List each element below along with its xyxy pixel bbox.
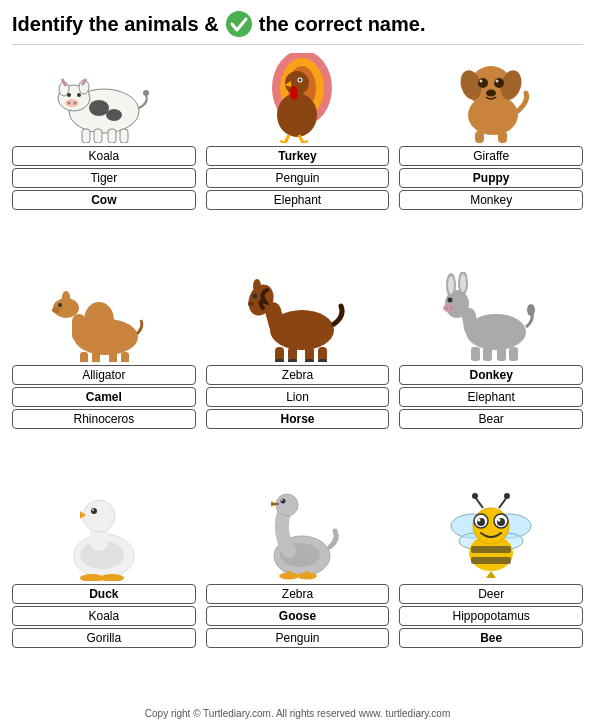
svg-rect-17	[120, 129, 128, 143]
page: Identify the animals & the correct name.	[0, 0, 595, 725]
options-turkey: TurkeyPenguinElephant	[206, 146, 390, 210]
svg-point-78	[443, 304, 455, 312]
svg-rect-69	[318, 359, 327, 362]
option-btn-turkey[interactable]: Turkey	[206, 146, 390, 166]
svg-rect-15	[94, 129, 102, 143]
animal-cell-horse: ZebraLionHorse	[206, 272, 390, 485]
options-camel: AlligatorCamelRhinoceros	[12, 365, 196, 429]
option-btn-elephant[interactable]: Elephant	[399, 387, 583, 407]
svg-rect-53	[92, 352, 100, 362]
svg-point-39	[494, 78, 504, 88]
animal-image-puppy	[431, 53, 551, 143]
svg-point-0	[226, 11, 252, 37]
svg-point-8	[77, 93, 81, 97]
option-btn-zebra[interactable]: Zebra	[206, 365, 390, 385]
svg-point-7	[67, 93, 71, 97]
option-btn-bear[interactable]: Bear	[399, 409, 583, 429]
svg-point-49	[62, 291, 70, 303]
options-duck: DuckKoalaGorilla	[12, 584, 196, 648]
svg-point-18	[143, 90, 149, 96]
checkmark-icon	[225, 10, 253, 38]
option-btn-gorilla[interactable]: Gorilla	[12, 628, 196, 648]
animal-cell-puppy: GiraffePuppyMonkey	[399, 53, 583, 266]
animal-image-horse	[237, 272, 357, 362]
svg-rect-14	[82, 129, 90, 143]
svg-point-10	[67, 102, 70, 105]
header: Identify the animals & the correct name.	[12, 10, 583, 38]
svg-point-91	[91, 508, 97, 514]
animal-cell-bee: DeerHippopotamusBee	[399, 491, 583, 704]
svg-rect-81	[471, 347, 480, 361]
svg-point-27	[299, 79, 302, 82]
animal-cell-donkey: DonkeyElephantBear	[399, 272, 583, 485]
svg-point-61	[248, 302, 254, 306]
animal-cell-camel: AlligatorCamelRhinoceros	[12, 272, 196, 485]
options-bee: DeerHippopotamusBee	[399, 584, 583, 648]
option-btn-hippopotamus[interactable]: Hippopotamus	[399, 606, 583, 626]
svg-rect-67	[288, 359, 297, 362]
option-btn-goose[interactable]: Goose	[206, 606, 390, 626]
animal-image-donkey	[431, 272, 551, 362]
svg-point-85	[527, 304, 535, 316]
option-btn-monkey[interactable]: Monkey	[399, 190, 583, 210]
svg-point-76	[460, 274, 466, 292]
option-btn-penguin[interactable]: Penguin	[206, 168, 390, 188]
svg-line-29	[299, 135, 303, 143]
animal-grid: KoalaTigerCow TurkeyPenguinElephant	[12, 53, 583, 704]
svg-rect-43	[475, 131, 484, 143]
animal-image-cow	[44, 53, 164, 143]
svg-rect-82	[483, 347, 492, 361]
svg-line-28	[285, 135, 289, 143]
option-btn-elephant[interactable]: Elephant	[206, 190, 390, 210]
svg-point-50	[58, 303, 62, 307]
divider	[12, 44, 583, 45]
svg-point-99	[276, 494, 298, 516]
svg-point-46	[84, 302, 114, 338]
svg-point-40	[480, 80, 483, 83]
header-text2: the correct name.	[259, 13, 426, 36]
svg-point-103	[281, 499, 283, 501]
option-btn-cow[interactable]: Cow	[12, 190, 196, 210]
option-btn-camel[interactable]: Camel	[12, 387, 196, 407]
animal-image-bee	[431, 491, 551, 581]
animal-image-turkey	[237, 53, 357, 143]
option-btn-alligator[interactable]: Alligator	[12, 365, 196, 385]
svg-rect-54	[109, 352, 117, 362]
option-btn-koala[interactable]: Koala	[12, 606, 196, 626]
svg-rect-83	[497, 347, 506, 361]
svg-rect-52	[80, 352, 88, 362]
option-btn-duck[interactable]: Duck	[12, 584, 196, 604]
svg-point-89	[83, 500, 115, 532]
svg-point-11	[73, 102, 76, 105]
option-btn-giraffe[interactable]: Giraffe	[399, 146, 583, 166]
svg-point-75	[448, 276, 454, 294]
svg-rect-66	[275, 359, 284, 362]
svg-point-120	[478, 519, 481, 522]
option-btn-koala[interactable]: Koala	[12, 146, 196, 166]
svg-point-51	[52, 307, 60, 313]
options-puppy: GiraffePuppyMonkey	[399, 146, 583, 210]
svg-point-9	[65, 99, 79, 107]
option-btn-deer[interactable]: Deer	[399, 584, 583, 604]
svg-point-102	[281, 499, 286, 504]
option-btn-zebra[interactable]: Zebra	[206, 584, 390, 604]
animal-image-duck	[44, 491, 164, 581]
option-btn-puppy[interactable]: Puppy	[399, 168, 583, 188]
svg-rect-55	[121, 352, 129, 362]
svg-point-2	[89, 100, 109, 116]
option-btn-lion[interactable]: Lion	[206, 387, 390, 407]
svg-point-41	[496, 80, 499, 83]
option-btn-bee[interactable]: Bee	[399, 628, 583, 648]
svg-point-121	[498, 519, 501, 522]
option-btn-tiger[interactable]: Tiger	[12, 168, 196, 188]
svg-point-22	[277, 93, 317, 137]
option-btn-penguin[interactable]: Penguin	[206, 628, 390, 648]
header-text1: Identify the animals &	[12, 13, 219, 36]
svg-point-123	[472, 493, 478, 499]
svg-point-125	[504, 493, 510, 499]
option-btn-donkey[interactable]: Donkey	[399, 365, 583, 385]
svg-point-42	[486, 90, 496, 97]
option-btn-rhinoceros[interactable]: Rhinoceros	[12, 409, 196, 429]
option-btn-horse[interactable]: Horse	[206, 409, 390, 429]
svg-point-60	[253, 294, 258, 299]
